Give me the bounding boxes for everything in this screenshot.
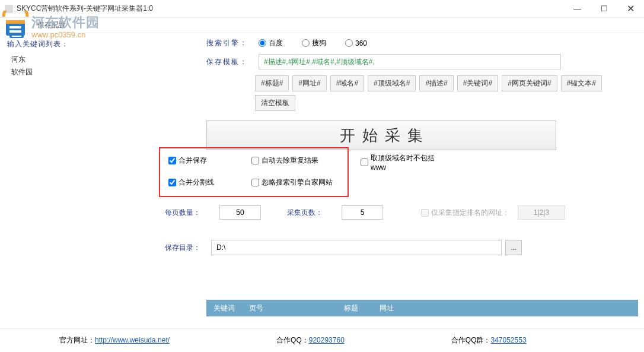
checkbox-auto-dedup[interactable]: 自动去除重复结果 bbox=[251, 156, 334, 166]
tag-tld-button[interactable]: #顶级域名# bbox=[368, 75, 416, 91]
footer-qq: 合作QQ：920293760 bbox=[276, 335, 345, 345]
radio-sogou[interactable]: 搜狗 bbox=[302, 38, 326, 48]
maximize-button[interactable]: ☐ bbox=[591, 0, 617, 18]
keyword-list-label: 输入关键词列表： bbox=[7, 39, 158, 49]
menu-save-config[interactable]: 保存配置 bbox=[33, 18, 71, 32]
clear-template-button[interactable]: 清空模板 bbox=[255, 95, 295, 111]
checkbox-exclude-www[interactable]: 取顶级域名时不包括www bbox=[361, 153, 444, 172]
tag-button-row: #标题# #网址# #域名# #顶级域名# #描述# #关键词# #网页关键词#… bbox=[255, 75, 632, 111]
save-disk-icon[interactable] bbox=[8, 23, 25, 39]
official-site-link[interactable]: http://www.weisuda.net/ bbox=[95, 336, 170, 344]
app-icon bbox=[5, 5, 13, 13]
checkbox-ignore-engine[interactable]: 忽略搜索引擎自家网站 bbox=[251, 177, 334, 188]
minimize-button[interactable]: — bbox=[564, 0, 591, 18]
keyword-item[interactable]: 软件园 bbox=[8, 66, 157, 78]
tag-pagekeyword-button[interactable]: #网页关键词# bbox=[502, 75, 557, 91]
window-title: SKYCC营销软件系列-关键字网址采集器1.0 bbox=[17, 4, 564, 14]
left-panel: 输入关键词列表： 河东 软件园 bbox=[0, 33, 165, 316]
tag-domain-button[interactable]: #域名# bbox=[330, 75, 364, 91]
th-url[interactable]: 网址 bbox=[372, 303, 638, 313]
save-dir-input[interactable] bbox=[211, 240, 502, 255]
qqgroup-link[interactable]: 347052553 bbox=[491, 336, 527, 344]
th-keyword[interactable]: 关键词 bbox=[206, 303, 242, 313]
template-label: 保存模板： bbox=[206, 57, 248, 67]
per-page-input[interactable] bbox=[219, 205, 261, 220]
browse-button[interactable]: ... bbox=[505, 240, 522, 255]
footer-site: 官方网址：http://www.weisuda.net/ bbox=[59, 335, 170, 345]
tag-desc-button[interactable]: #描述# bbox=[419, 75, 453, 91]
close-button[interactable]: ✕ bbox=[617, 0, 644, 18]
keyword-list[interactable]: 河东 软件园 bbox=[7, 53, 158, 302]
radio-360[interactable]: 360 bbox=[345, 39, 367, 47]
qq-link[interactable]: 920293760 bbox=[309, 336, 345, 344]
tag-url-button[interactable]: #网址# bbox=[292, 75, 326, 91]
search-engine-group: 百度 搜狗 360 bbox=[259, 38, 367, 48]
search-engine-label: 搜索引擎： bbox=[206, 38, 248, 48]
tag-title-button[interactable]: #标题# bbox=[255, 75, 289, 91]
svg-rect-7 bbox=[12, 31, 21, 37]
checkbox-rank-only[interactable]: 仅采集指定排名的网址： bbox=[421, 208, 509, 218]
svg-rect-6 bbox=[17, 24, 20, 27]
per-page-label: 每页数量： bbox=[165, 208, 200, 218]
tag-keyword-button[interactable]: #关键词# bbox=[457, 75, 498, 91]
keyword-item[interactable]: 河东 bbox=[8, 53, 157, 66]
radio-baidu[interactable]: 百度 bbox=[259, 38, 283, 48]
rank-input bbox=[518, 205, 565, 220]
right-panel: 搜索引擎： 百度 搜狗 360 保存模板： #标题# #网址# #域名# #顶级… bbox=[165, 33, 644, 316]
checkbox-merge-divider[interactable]: 合并分割线 bbox=[168, 177, 251, 188]
footer-qqgroup: 合作QQ群：347052553 bbox=[451, 335, 527, 345]
results-table-header: 关键词 页号 标题 网址 bbox=[206, 300, 638, 316]
footer: 官方网址：http://www.weisuda.net/ 合作QQ：920293… bbox=[0, 328, 644, 352]
th-page[interactable]: 页号 bbox=[242, 303, 337, 313]
start-collect-button[interactable]: 开始采集 bbox=[206, 120, 556, 150]
checkbox-merge-save[interactable]: 合并保存 bbox=[168, 156, 251, 166]
highlight-box: 合并保存 自动去除重复结果 合并分割线 忽略搜索引擎自家网站 bbox=[159, 147, 349, 197]
svg-rect-5 bbox=[12, 24, 21, 28]
save-dir-label: 保存目录： bbox=[165, 243, 200, 253]
th-title[interactable]: 标题 bbox=[337, 303, 372, 313]
pages-label: 采集页数： bbox=[287, 208, 323, 218]
pages-input[interactable] bbox=[342, 205, 383, 220]
titlebar: SKYCC营销软件系列-关键字网址采集器1.0 — ☐ ✕ bbox=[0, 0, 644, 18]
menubar: 保存配置 bbox=[0, 18, 644, 33]
tag-anchor-button[interactable]: #锚文本# bbox=[561, 75, 602, 91]
template-input[interactable] bbox=[259, 54, 561, 69]
